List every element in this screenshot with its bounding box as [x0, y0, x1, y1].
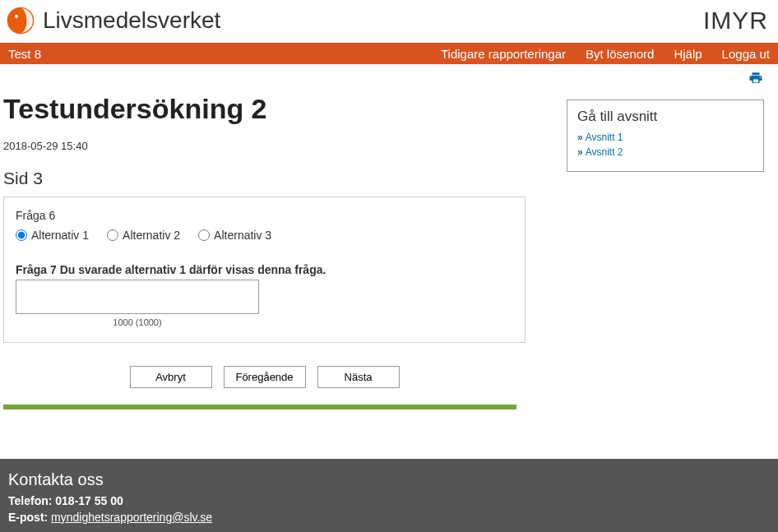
question7: Fråga 7 Du svarade alternativ 1 därför v… [16, 263, 513, 327]
footer-email-line: E-post: myndighetsrapportering@slv.se [8, 511, 770, 524]
option-label: Alternativ 3 [214, 229, 271, 242]
section-link-2[interactable]: »Avsnitt 2 [577, 146, 753, 158]
prev-button[interactable]: Föregående [224, 366, 306, 388]
radio-alt3[interactable] [198, 229, 210, 241]
option-label: Alternativ 1 [31, 229, 89, 242]
raquo-icon: » [577, 132, 583, 143]
page-number-label: Sid 3 [3, 169, 526, 188]
print-icon[interactable] [748, 72, 763, 89]
option-label: Alternativ 2 [123, 229, 180, 242]
question-box: Fråga 6 Alternativ 1 Alternativ 2 Altern… [3, 197, 526, 343]
brand-text: Livsmedelsverket [43, 7, 220, 34]
phone-value: 018-17 55 00 [55, 494, 123, 507]
cancel-button[interactable]: Avbryt [130, 366, 212, 388]
nav-link-byt-losenord[interactable]: Byt lösenord [586, 47, 654, 61]
option-alt3[interactable]: Alternativ 3 [198, 229, 271, 242]
section-link-label: Avsnitt 1 [586, 132, 623, 143]
app-name: IMYR [703, 7, 768, 35]
footer-phone-line: Telefon: 018-17 55 00 [8, 494, 770, 507]
section-nav-title: Gå till avsnitt [577, 109, 753, 125]
brand: Livsmedelsverket [7, 7, 220, 35]
raquo-icon: » [577, 146, 583, 158]
navbar: Test 8 Tidigare rapporteringar Byt lösen… [0, 43, 778, 64]
svg-point-1 [15, 15, 18, 18]
timestamp: 2018-05-29 15:40 [3, 140, 526, 152]
radio-alt1[interactable] [16, 229, 27, 241]
question7-input[interactable] [16, 280, 259, 314]
email-label: E-post: [8, 511, 48, 524]
svg-point-2 [23, 23, 26, 26]
phone-label: Telefon: [8, 494, 52, 507]
nav-link-logga-ut[interactable]: Logga ut [722, 47, 770, 61]
email-link[interactable]: myndighetsrapportering@slv.se [51, 511, 212, 524]
question7-label: Fråga 7 Du svarade alternativ 1 därför v… [16, 263, 513, 276]
option-alt2[interactable]: Alternativ 2 [107, 229, 180, 242]
nav-left-label[interactable]: Test 8 [8, 47, 41, 61]
char-counter: 1000 (1000) [16, 317, 259, 327]
radio-alt2[interactable] [107, 229, 118, 241]
next-button[interactable]: Nästa [317, 366, 400, 388]
section-link-1[interactable]: »Avsnitt 1 [577, 132, 753, 143]
nav-link-tidigare[interactable]: Tidigare rapporteringar [441, 47, 566, 61]
livsmedelsverket-logo-icon [7, 7, 35, 35]
page-title: Testundersökning 2 [3, 93, 526, 125]
footer-title: Kontakta oss [8, 470, 770, 489]
option-alt1[interactable]: Alternativ 1 [16, 229, 89, 242]
header: Livsmedelsverket IMYR [0, 0, 778, 43]
section-nav-box: Gå till avsnitt »Avsnitt 1 »Avsnitt 2 [567, 99, 764, 172]
question6-label: Fråga 6 [16, 209, 513, 222]
section-link-label: Avsnitt 2 [586, 146, 623, 158]
nav-link-hjalp[interactable]: Hjälp [674, 47, 702, 61]
footer: Kontakta oss Telefon: 018-17 55 00 E-pos… [0, 459, 778, 532]
progress-bar [3, 405, 516, 409]
